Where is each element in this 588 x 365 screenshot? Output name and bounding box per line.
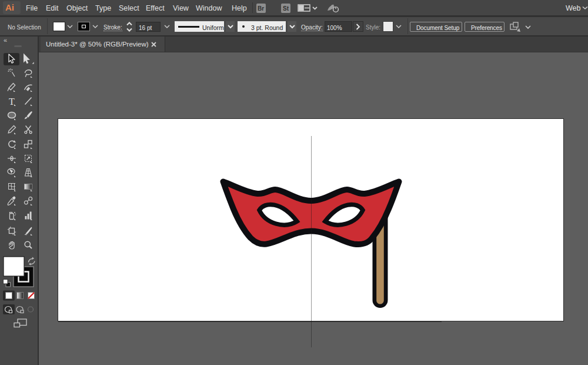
svg-text:T: T <box>9 97 15 107</box>
svg-text:«: « <box>4 36 7 44</box>
